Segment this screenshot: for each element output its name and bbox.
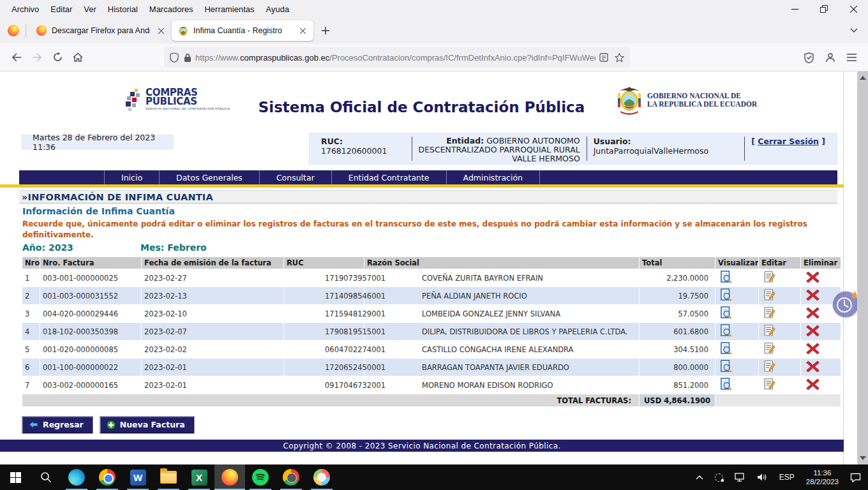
visualizar-button[interactable] (721, 378, 732, 392)
editar-button[interactable] (764, 288, 775, 303)
editar-button[interactable] (764, 324, 775, 339)
home-button[interactable] (68, 47, 88, 68)
main-nav-item[interactable]: Entidad Contratante (332, 170, 447, 184)
taskbar-paint[interactable] (306, 464, 337, 490)
tab-close-button[interactable] (297, 25, 308, 36)
taskbar-clock[interactable]: 11:3628/2/2023 (802, 464, 843, 490)
main-nav-item[interactable]: Consultar (260, 170, 332, 184)
screen: Archivo Editar Ver Historial Marcadores … (0, 0, 868, 490)
firefox-icon[interactable] (8, 25, 19, 36)
logout-link[interactable]: [ Cerrar Sesión ] (745, 135, 832, 147)
edit-pencil-icon (764, 324, 775, 337)
menu-item[interactable]: Ver (79, 3, 101, 16)
new-tab-button[interactable] (317, 22, 334, 39)
taskbar-spotify[interactable] (245, 464, 276, 490)
bookmark-star-icon[interactable] (615, 53, 624, 63)
reader-mode-icon[interactable] (599, 53, 608, 62)
view-magnifier-icon (721, 342, 732, 355)
eliminar-button[interactable] (806, 343, 819, 357)
restore-button[interactable] (809, 0, 839, 18)
cell-total: 19.7500 (640, 287, 715, 304)
menu-item[interactable]: Historial (103, 3, 143, 16)
editar-button[interactable] (764, 378, 775, 392)
visualizar-button[interactable] (721, 306, 732, 321)
nueva-factura-button[interactable]: Nueva Factura (100, 416, 195, 434)
taskbar-edge[interactable] (61, 464, 92, 490)
tab-title: Descargar Firefox para Android (52, 26, 150, 35)
table-header-cell: Razón Social (364, 257, 639, 269)
language-indicator[interactable]: ESP (775, 464, 799, 490)
forward-button[interactable] (27, 47, 47, 68)
start-button[interactable] (0, 464, 31, 490)
action-center-button[interactable] (846, 464, 865, 490)
menu-item[interactable]: Ayuda (260, 3, 294, 16)
close-icon (300, 28, 306, 34)
back-button[interactable] (6, 47, 27, 68)
eliminar-button[interactable] (806, 378, 819, 392)
page-scrollbar[interactable] (857, 71, 868, 464)
tray-network-button[interactable] (730, 464, 750, 490)
taskbar-chrome-profile[interactable] (276, 464, 306, 490)
table-header-cell: Nro. Factura (40, 257, 141, 269)
tab-descargar-firefox[interactable]: Descargar Firefox para Android (30, 20, 172, 41)
visualizar-button[interactable] (721, 360, 732, 375)
close-button[interactable] (839, 0, 868, 18)
regresar-button[interactable]: Regresar (22, 416, 93, 434)
reload-button[interactable] (47, 47, 68, 68)
table-header-cell: RUC (284, 257, 364, 269)
tab-list-button[interactable] (846, 23, 862, 38)
visualizar-button[interactable] (721, 342, 732, 357)
menu-item[interactable]: Archivo (6, 3, 44, 16)
taskbar-search-button[interactable] (31, 464, 61, 490)
editar-button[interactable] (764, 342, 775, 357)
menu-item[interactable]: Marcadores (144, 3, 198, 16)
invoice-row: 3 004-020-000029446 2023-02-10 171594812… (22, 305, 841, 322)
cell-ruc: 1715948129001 (284, 305, 364, 322)
action-buttons: Regresar Nueva Factura (22, 416, 195, 434)
taskbar-chrome[interactable] (92, 464, 123, 490)
main-nav-item[interactable]: Inicio (104, 170, 160, 184)
tray-sync-button[interactable] (710, 464, 728, 490)
url-bar[interactable]: https://www.compraspublicas.gob.ec/Proce… (165, 48, 629, 67)
copyright-footer: Copyright © 2008 - 2023 Servicio Naciona… (0, 440, 844, 452)
editar-button[interactable] (764, 271, 775, 285)
tab-close-button[interactable] (155, 25, 167, 36)
month-label: Mes: Febrero (140, 242, 207, 253)
shield-icon[interactable] (170, 52, 179, 63)
clock-date: 28/2/2023 (806, 477, 839, 486)
eliminar-button[interactable] (806, 307, 819, 321)
eliminar-button[interactable] (806, 360, 819, 375)
visualizar-button[interactable] (721, 288, 732, 303)
editar-button[interactable] (764, 306, 775, 321)
cell-nro: 7 (22, 376, 40, 394)
edit-pencil-icon (764, 360, 775, 373)
tray-volume-button[interactable] (752, 464, 772, 490)
floating-timer-bubble[interactable] (831, 290, 860, 319)
scroll-down-button[interactable] (857, 453, 868, 463)
hamburger-menu-icon[interactable] (847, 54, 857, 61)
minimize-button[interactable] (780, 0, 809, 18)
menu-item[interactable]: Herramientas (199, 3, 259, 16)
main-nav-item[interactable]: Datos Generales (160, 170, 260, 184)
editar-button[interactable] (764, 360, 775, 375)
visualizar-button[interactable] (721, 324, 732, 339)
taskbar-firefox[interactable] (214, 464, 245, 490)
tab-infima-cuantia[interactable]: Infima Cuantía - Registro (172, 20, 313, 41)
account-icon[interactable] (825, 52, 835, 63)
eliminar-button[interactable] (806, 271, 819, 285)
taskbar-word[interactable]: W (123, 464, 153, 490)
taskbar-file-explorer[interactable] (153, 464, 184, 490)
protections-shield-icon[interactable] (804, 52, 814, 63)
file-explorer-icon (160, 471, 177, 484)
cell-nro: 6 (22, 359, 40, 376)
main-nav-item[interactable]: Administración (447, 170, 540, 184)
menu-item[interactable]: Editar (45, 3, 77, 16)
table-body: 1 003-001-000000025 2023-02-27 171907395… (22, 269, 841, 394)
scroll-up-button[interactable] (857, 73, 868, 83)
eliminar-button[interactable] (806, 325, 819, 339)
tray-expand-button[interactable] (691, 464, 708, 490)
taskbar-excel[interactable]: X (184, 464, 214, 490)
eliminar-button[interactable] (806, 289, 819, 303)
visualizar-button[interactable] (721, 271, 732, 285)
lock-icon[interactable] (184, 53, 191, 63)
